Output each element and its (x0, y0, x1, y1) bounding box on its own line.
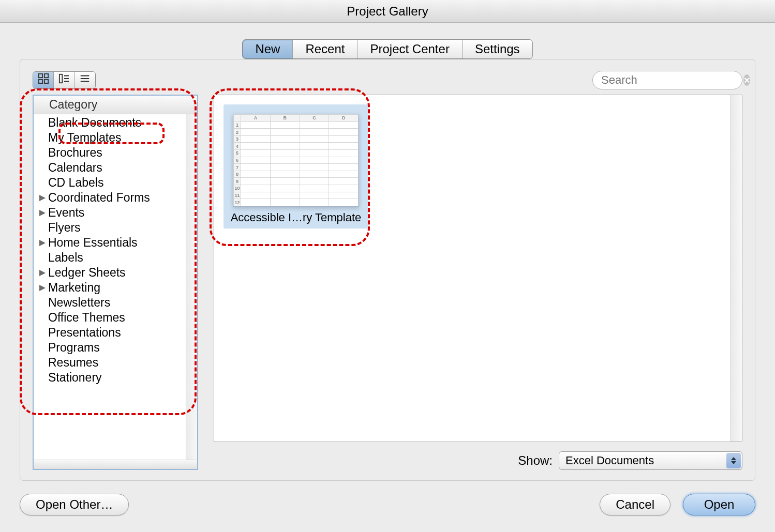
sidebar-item-label: Events (48, 206, 84, 220)
sidebar-item-flyers[interactable]: Flyers (34, 220, 197, 235)
show-dropdown[interactable]: Excel Documents (559, 451, 742, 470)
svg-marker-16 (731, 457, 736, 460)
sidebar-item-label: Resumes (48, 356, 98, 370)
sidebar-scrollbar[interactable] (186, 114, 197, 460)
sidebar-item-newsletters[interactable]: Newsletters (34, 295, 197, 310)
sidebar-item-blank-documents[interactable]: Blank Documents (34, 115, 197, 130)
svg-marker-15 (39, 285, 46, 291)
tab-settings[interactable]: Settings (463, 40, 532, 58)
sidebar-item-resumes[interactable]: Resumes (34, 355, 197, 370)
sidebar-item-label: Labels (48, 251, 83, 265)
view-mode-toggle (33, 71, 96, 89)
list-icon (79, 73, 91, 87)
show-value: Excel Documents (565, 454, 654, 467)
sidebar-item-office-themes[interactable]: Office Themes (34, 310, 197, 325)
search-input[interactable] (601, 73, 743, 87)
svg-rect-3 (44, 80, 48, 83)
results-area: ABCD 1 2 3 4 5 6 7 8 9 10 11 12 (214, 95, 742, 442)
search-field[interactable]: ✕ (592, 71, 742, 89)
svg-marker-14 (39, 270, 46, 276)
cancel-button[interactable]: Cancel (600, 494, 670, 515)
view-grid-button[interactable] (33, 72, 54, 88)
sidebar-item-programs[interactable]: Programs (34, 340, 197, 355)
sidebar-item-brochures[interactable]: Brochures (34, 145, 197, 160)
sidebar-item-events[interactable]: Events (34, 205, 197, 220)
category-sidebar: Category Blank DocumentsMy TemplatesBroc… (33, 95, 198, 470)
sidebar-item-label: Ledger Sheets (48, 266, 126, 280)
svg-marker-12 (39, 210, 46, 216)
svg-rect-0 (38, 74, 42, 78)
grid-icon (38, 73, 49, 87)
open-other-button[interactable]: Open Other… (20, 494, 129, 515)
template-thumbnail: ABCD 1 2 3 4 5 6 7 8 9 10 11 12 (233, 114, 359, 207)
disclosure-triangle-icon[interactable] (38, 208, 47, 218)
svg-rect-4 (59, 74, 62, 83)
open-button[interactable]: Open (683, 494, 755, 515)
view-columns-button[interactable] (54, 72, 74, 88)
window-title: Project Gallery (0, 0, 775, 23)
disclosure-triangle-icon[interactable] (38, 283, 47, 293)
category-header: Category (34, 96, 197, 114)
sidebar-footer (34, 460, 197, 469)
tab-project-center[interactable]: Project Center (357, 40, 462, 58)
svg-marker-13 (39, 240, 46, 246)
sidebar-item-label: Flyers (48, 221, 81, 235)
view-list-button[interactable] (74, 72, 95, 88)
tab-new[interactable]: New (243, 40, 293, 58)
sidebar-item-label: Home Essentials (48, 236, 138, 250)
sidebar-item-label: CD Labels (48, 176, 103, 190)
svg-rect-2 (38, 80, 42, 83)
sidebar-item-coordinated-forms[interactable]: Coordinated Forms (34, 190, 197, 205)
show-label: Show: (518, 453, 553, 468)
sidebar-item-label: Marketing (48, 281, 100, 295)
sidebar-item-label: Office Themes (48, 311, 125, 325)
disclosure-triangle-icon[interactable] (38, 193, 47, 203)
sidebar-item-cd-labels[interactable]: CD Labels (34, 175, 197, 190)
tab-recent[interactable]: Recent (293, 40, 357, 58)
template-tile[interactable]: ABCD 1 2 3 4 5 6 7 8 9 10 11 12 (223, 104, 368, 229)
disclosure-triangle-icon[interactable] (38, 268, 47, 278)
sidebar-item-label: My Templates (48, 131, 121, 145)
template-label: Accessible I…ry Template (223, 211, 368, 224)
dropdown-stepper-icon (726, 453, 741, 468)
clear-search-icon[interactable]: ✕ (743, 74, 750, 86)
tab-bar: New Recent Project Center Settings (242, 39, 532, 59)
sidebar-item-ledger-sheets[interactable]: Ledger Sheets (34, 265, 197, 280)
sidebar-item-label: Brochures (48, 146, 102, 160)
sidebar-item-my-templates[interactable]: My Templates (34, 130, 197, 145)
sidebar-item-marketing[interactable]: Marketing (34, 280, 197, 295)
columns-icon (58, 73, 70, 87)
sidebar-item-label: Blank Documents (48, 116, 141, 130)
sidebar-item-calendars[interactable]: Calendars (34, 160, 197, 175)
svg-rect-1 (44, 74, 48, 78)
sidebar-item-presentations[interactable]: Presentations (34, 325, 197, 340)
sidebar-item-label: Stationery (48, 371, 102, 385)
sidebar-item-labels[interactable]: Labels (34, 250, 197, 265)
results-scrollbar[interactable] (731, 95, 742, 442)
sidebar-item-label: Presentations (48, 326, 121, 340)
svg-marker-17 (731, 461, 736, 464)
sidebar-item-label: Coordinated Forms (48, 191, 150, 205)
svg-marker-11 (39, 195, 46, 201)
sidebar-item-label: Newsletters (48, 296, 110, 310)
disclosure-triangle-icon[interactable] (38, 238, 47, 248)
sidebar-item-label: Calendars (48, 161, 102, 175)
sidebar-item-label: Programs (48, 341, 100, 355)
sidebar-item-stationery[interactable]: Stationery (34, 370, 197, 385)
sidebar-item-home-essentials[interactable]: Home Essentials (34, 235, 197, 250)
